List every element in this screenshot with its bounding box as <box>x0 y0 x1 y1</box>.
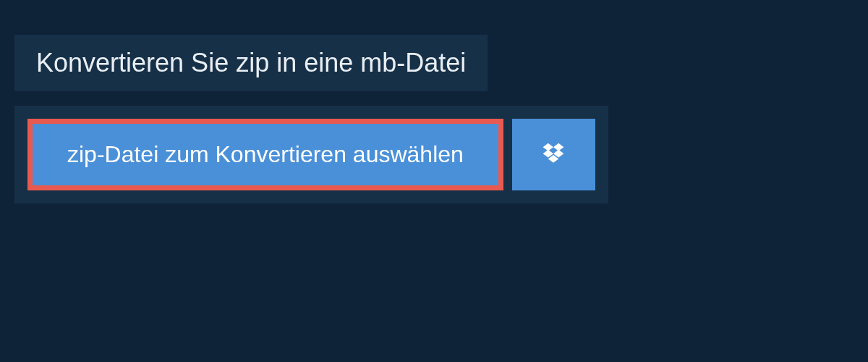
select-file-button[interactable]: zip-Datei zum Konvertieren auswählen <box>27 119 503 190</box>
upload-area: zip-Datei zum Konvertieren auswählen <box>14 106 608 203</box>
dropbox-button[interactable] <box>512 119 595 190</box>
title-bar: Konvertieren Sie zip in eine mb-Datei <box>14 35 488 91</box>
dropbox-icon <box>540 142 566 168</box>
page-title: Konvertieren Sie zip in eine mb-Datei <box>36 48 466 77</box>
select-file-button-label: zip-Datei zum Konvertieren auswählen <box>67 141 464 168</box>
